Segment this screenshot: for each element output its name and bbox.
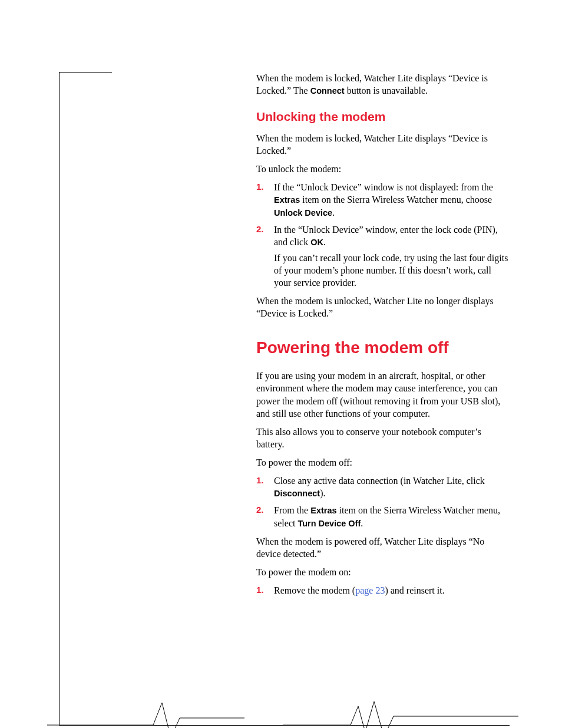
power-on-steps: Remove the modem (page 23) and reinsert … bbox=[256, 584, 510, 597]
margin-rule-vertical bbox=[59, 72, 59, 725]
step-note: If you can’t recall your lock code, try … bbox=[274, 252, 510, 289]
text: . bbox=[323, 237, 326, 247]
ui-connect-button-label: Connect bbox=[310, 86, 345, 95]
text: ). bbox=[320, 488, 325, 498]
unlock-paragraph-2: To unlock the modem: bbox=[256, 163, 510, 175]
text: In the “Unlock Device” window, enter the… bbox=[274, 225, 498, 247]
text: If the “Unlock Device” window is not dis… bbox=[274, 182, 493, 192]
document-page: When the modem is locked, Watcher Lite d… bbox=[0, 0, 562, 728]
body-content: When the modem is locked, Watcher Lite d… bbox=[256, 72, 510, 602]
ui-turn-device-off-label: Turn Device Off bbox=[297, 519, 361, 528]
power-off-steps: Close any active data connection (in Wat… bbox=[256, 475, 510, 529]
list-item: Close any active data connection (in Wat… bbox=[256, 475, 510, 499]
text: Remove the modem ( bbox=[274, 585, 355, 595]
list-item: In the “Unlock Device” window, enter the… bbox=[256, 223, 510, 289]
unlock-paragraph-1: When the modem is locked, Watcher Lite d… bbox=[256, 132, 510, 157]
text: Close any active data connection (in Wat… bbox=[274, 476, 485, 486]
margin-rule-top bbox=[59, 72, 112, 73]
intro-paragraph: When the modem is locked, Watcher Lite d… bbox=[256, 72, 510, 97]
unlock-steps: If the “Unlock Device” window is not dis… bbox=[256, 181, 510, 289]
text: button is unavailable. bbox=[345, 85, 428, 95]
power-paragraph-5: To power the modem on: bbox=[256, 566, 510, 578]
text: . bbox=[361, 518, 363, 528]
list-item: From the Extras item on the Sierra Wirel… bbox=[256, 504, 510, 529]
heading-unlocking-the-modem: Unlocking the modem bbox=[256, 108, 510, 125]
page-23-link[interactable]: page 23 bbox=[355, 585, 385, 595]
text: ) and reinsert it. bbox=[385, 585, 444, 595]
power-paragraph-4: When the modem is powered off, Watcher L… bbox=[256, 535, 510, 560]
text: item on the Sierra Wireless Watcher menu… bbox=[300, 195, 492, 205]
text: . bbox=[332, 207, 335, 218]
ui-ok-label: OK bbox=[310, 238, 323, 247]
footer-wave-decoration bbox=[47, 696, 518, 728]
heading-powering-the-modem-off: Powering the modem off bbox=[256, 337, 510, 359]
power-paragraph-1: If you are using your modem in an aircra… bbox=[256, 370, 510, 419]
unlock-paragraph-3: When the modem is unlocked, Watcher Lite… bbox=[256, 295, 510, 319]
ui-unlock-device-label: Unlock Device bbox=[274, 208, 332, 218]
ui-extras-label: Extras bbox=[310, 506, 336, 515]
ui-extras-label: Extras bbox=[274, 195, 300, 205]
power-paragraph-3: To power the modem off: bbox=[256, 456, 510, 469]
ui-disconnect-label: Disconnect bbox=[274, 489, 320, 498]
list-item: Remove the modem (page 23) and reinsert … bbox=[256, 584, 510, 597]
list-item: If the “Unlock Device” window is not dis… bbox=[256, 181, 510, 218]
text: From the bbox=[274, 505, 310, 515]
power-paragraph-2: This also allows you to conserve your no… bbox=[256, 426, 510, 450]
